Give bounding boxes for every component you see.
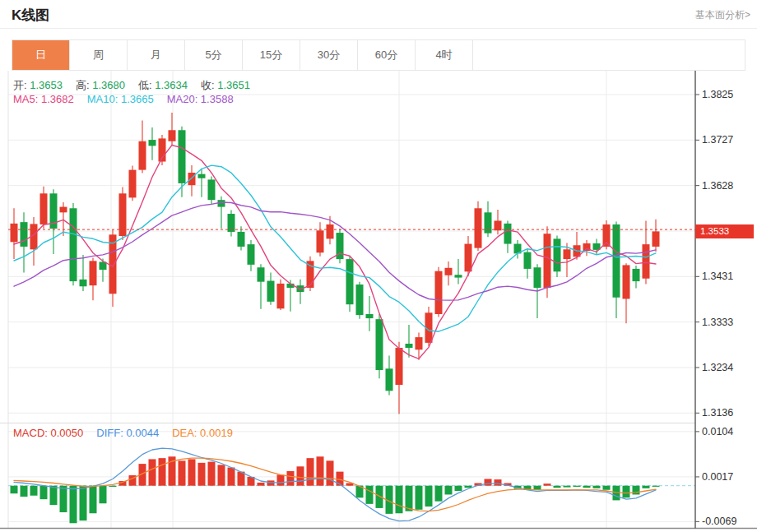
macd-hist-bar [218,465,225,485]
macd-hist-bar [485,479,492,485]
macd-hist-bar [40,486,48,499]
chart-area: 1.38251.37271.36281.34311.33331.32341.31… [0,71,757,532]
tab-period-0[interactable]: 日 [12,40,70,70]
candlestick [188,173,196,185]
macd-hist-bar [228,468,235,486]
macd-hist-bar [277,474,285,485]
period-tab-bar: 日周月5分15分30分60分4时 [12,39,745,71]
tab-period-3[interactable]: 5分 [185,40,243,70]
readout-pair: DEA: 0.0019 [172,427,233,439]
macd-hist-bar [30,486,38,496]
macd-hist-bar [287,471,295,486]
dea-line [14,458,656,511]
tab-period-5[interactable]: 30分 [300,40,358,70]
candlestick [80,280,87,286]
candlestick [307,261,314,288]
candlestick [554,238,561,271]
macd-hist-bar [188,459,196,485]
macd-hist-bar [179,460,186,485]
page-title: K线图 [12,6,49,25]
candlestick [455,275,462,277]
tab-period-6[interactable]: 60分 [358,40,416,70]
candlestick [258,267,265,281]
tab-period-7[interactable]: 4时 [416,40,473,70]
candlestick [445,268,453,275]
macd-hist-bar [633,486,640,495]
macd-hist-bar [21,486,28,497]
macd-hist-bar [416,486,423,510]
macd-hist-bar [70,486,77,524]
readout-pair: 高: 1.3680 [76,79,125,91]
macd-axis-label: 0.0017 [702,471,733,483]
macd-hist-bar [574,486,581,487]
macd-hist-bar [593,486,601,488]
macd-hist-bar [159,458,166,486]
candlestick [317,230,324,252]
tab-period-4[interactable]: 15分 [243,40,300,70]
candlestick [416,337,423,349]
candlestick [613,224,620,298]
candlestick [208,179,216,200]
readout-pair: MACD: 0.0050 [13,427,83,439]
macd-hist-bar [258,483,265,486]
candlestick [90,261,97,285]
macd-hist-bar [653,486,660,487]
candlestick [70,208,77,281]
candlestick [603,224,611,247]
macd-hist-bar [109,486,117,487]
readout-pair: 开: 1.3653 [13,79,63,91]
y-axis-label: 1.3628 [702,180,733,192]
macd-hist-bar [396,486,403,514]
macd-hist-bar [60,486,67,512]
macd-hist-bar [435,486,443,502]
candlestick [366,314,374,318]
macd-hist-bar [544,483,551,486]
macd-axis-label: 0.0104 [702,426,733,437]
macd-hist-bar [50,486,58,505]
macd-hist-bar [90,486,97,514]
candlestick [169,130,176,141]
candlestick [218,200,225,206]
ohlc-readout: 开: 1.3653高: 1.3680低: 1.3634收: 1.3651 [13,78,263,93]
last-price-badge: 1.3533 [695,224,754,238]
candlestick [524,252,532,269]
macd-hist-bar [583,486,591,488]
macd-hist-bar [297,466,304,485]
candlestick [653,231,660,247]
macd-hist-bar [198,463,206,486]
macd-hist-bar [495,479,502,486]
macd-hist-bar [554,486,561,488]
macd-readout: MACD: 0.0050DIFF: 0.0044DEA: 0.0019 [13,427,246,439]
candlestick [485,212,492,233]
candlestick [633,269,640,281]
candlestick [21,222,28,247]
candlestick [60,207,67,213]
tab-period-1[interactable]: 周 [70,40,128,70]
y-axis-label: 1.3234 [702,362,733,373]
candlestick [564,249,571,259]
candlestick [40,193,48,224]
candlestick [534,267,541,288]
candlestick [267,281,275,302]
tab-period-2[interactable]: 月 [128,40,185,70]
macd-hist-bar [643,486,650,488]
candlestick [238,232,245,247]
candlestick [11,224,18,242]
macd-hist-bar [11,486,18,493]
kline-page: K线图 基本面分析> 日周月5分15分30分60分4时 1.38251.3727… [0,0,757,532]
fundamental-analysis-link[interactable]: 基本面分析> [695,8,750,22]
macd-axis-label: -0.0069 [702,516,736,527]
kline-chart[interactable]: 1.38251.37271.36281.34311.33331.32341.31… [0,71,757,532]
candlestick [149,140,156,146]
candlestick [129,170,137,198]
macd-hist-bar [445,486,453,495]
y-axis-label: 1.3825 [702,89,733,100]
candlestick [386,368,393,391]
candlestick [179,130,186,183]
macd-hist-bar [327,460,334,485]
y-axis-label: 1.3136 [702,407,733,419]
candlestick [623,265,630,298]
macd-hist-bar [80,486,87,520]
y-axis-label: 1.3431 [702,271,733,282]
macd-hist-bar [307,458,314,486]
